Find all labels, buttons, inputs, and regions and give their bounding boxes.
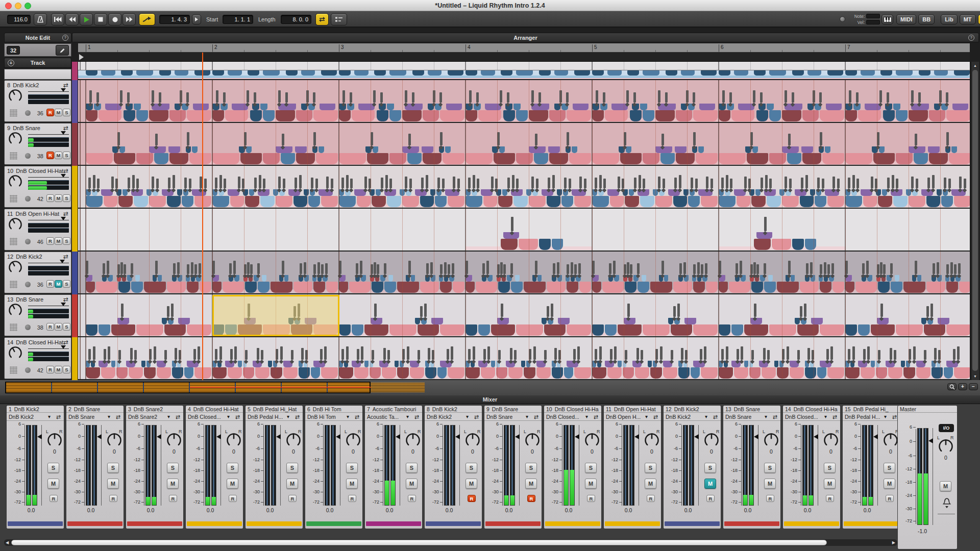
solo-button[interactable]: S [884,463,895,473]
record-arm-button[interactable]: R [46,194,54,202]
mixer-horizontal-scrollbar[interactable]: ◀ ▶ [4,539,897,546]
routing-icon[interactable]: ⇄ [63,253,68,260]
record-arm-button[interactable]: R [288,495,297,502]
view-button-mt[interactable]: MT [960,14,976,24]
mute-button[interactable]: M [824,479,836,489]
solo-button[interactable]: S [585,463,597,473]
keyboard-view-button[interactable] [881,14,893,24]
solo-button[interactable]: S [824,463,836,473]
rewind-button[interactable] [65,13,79,26]
arranger-vertical-scrollbar[interactable]: ▲ ▼ [971,62,979,380]
record-arm-button[interactable]: R [169,495,177,502]
mute-button[interactable]: M [940,481,951,491]
groove-slider[interactable] [28,352,69,356]
mute-button[interactable]: M [585,479,597,489]
solo-button[interactable]: S [107,463,119,473]
routing-icon[interactable]: ⇄ [63,339,68,346]
view-button-lib[interactable]: Lib [941,14,958,24]
slider-marker-icon[interactable] [61,131,66,135]
mute-button[interactable]: M [645,479,656,489]
mute-button[interactable]: M [465,479,477,489]
groove-slider[interactable] [28,137,69,142]
record-arm-button[interactable]: R [46,109,54,116]
track-knob[interactable] [9,346,22,360]
length-field[interactable]: 8. 0. 0 [281,15,311,24]
drag-handle[interactable] [10,323,17,331]
pan-knob[interactable] [525,433,540,447]
track-knob[interactable] [9,89,22,103]
track-knob[interactable] [9,304,22,317]
solo-button[interactable]: S [286,463,298,473]
fader-handle-icon[interactable] [455,434,460,439]
slider-marker-icon[interactable] [60,260,65,263]
play-button[interactable] [80,13,93,26]
fader-handle-icon[interactable] [396,434,400,439]
midi-note-number[interactable]: 38 [34,153,43,159]
routing-icon[interactable]: ⇄ [56,414,61,420]
record-arm-button[interactable]: R [50,495,58,502]
stop-button[interactable] [94,13,107,26]
fader-handle-icon[interactable] [814,434,818,439]
record-arm-button[interactable]: R [527,495,535,502]
groove-slider[interactable] [28,99,69,104]
io-button[interactable]: I/O [939,424,954,432]
mute-button[interactable]: M [406,479,418,489]
selection-box[interactable] [212,295,339,336]
pan-knob[interactable] [47,433,62,447]
fader-handle-icon[interactable] [157,434,161,439]
arranger-track-row[interactable] [78,252,970,294]
fader-handle-icon[interactable] [634,434,639,439]
record-arm-button[interactable]: R [766,495,774,502]
zoom-out-button[interactable]: − [969,383,978,390]
arrangement-overview[interactable] [5,382,371,393]
record-arm-button[interactable]: R [46,237,54,245]
arranger-track-row[interactable] [78,209,970,252]
instrument-dropdown[interactable]: DnB Kick2▾⇄ [664,413,721,421]
instrument-dropdown[interactable]: DnB Pedal H...▾⇄ [246,413,303,421]
playhead-line[interactable] [202,53,203,380]
drag-handle[interactable] [10,109,17,117]
routing-icon[interactable]: ⇄ [63,296,68,303]
view-button-mix[interactable]: Mix [978,14,980,24]
arranger-track-row[interactable] [78,337,970,380]
pan-knob[interactable] [465,433,480,447]
record-arm-button[interactable]: R [647,495,655,502]
routing-icon[interactable]: ⇄ [892,414,897,420]
pan-knob[interactable] [764,433,778,447]
solo-button[interactable]: S [63,280,70,288]
instrument-dropdown[interactable]: DnB Closed...▾⇄ [783,413,840,421]
add-track-icon[interactable]: + [8,60,14,66]
record-button[interactable] [108,13,121,26]
fader-handle-icon[interactable] [754,434,758,439]
view-button-bb[interactable]: BB [918,14,935,24]
pan-knob[interactable] [227,433,241,447]
position-display[interactable]: 1. 4. 3 [159,15,190,24]
solo-button[interactable]: S [167,463,179,473]
fader-handle-icon[interactable] [694,434,699,439]
record-arm-button[interactable]: R [587,495,595,502]
groove-slider[interactable] [28,357,69,361]
record-arm-button[interactable]: R [826,495,834,502]
drag-handle[interactable] [10,195,17,203]
routing-icon[interactable]: ⇄ [63,167,68,174]
routing-icon[interactable]: ⇄ [832,414,837,420]
groove-slider[interactable] [28,228,69,233]
solo-button[interactable]: S [465,463,477,473]
pan-knob[interactable] [167,433,181,447]
advance-button[interactable] [192,14,201,24]
routing-icon[interactable]: ⇄ [534,414,538,420]
solo-button[interactable]: S [63,366,70,373]
track-knob[interactable] [9,218,22,231]
fader-handle-icon[interactable] [575,434,579,439]
drag-handle[interactable] [10,281,17,288]
midi-note-number[interactable]: 42 [34,196,43,202]
scroll-right-icon[interactable]: ▶ [892,540,895,545]
fader-handle-icon[interactable] [276,434,281,439]
loop-button[interactable] [315,13,329,26]
slider-marker-icon[interactable] [61,345,66,349]
record-arm-button[interactable]: R [348,495,356,502]
instrument-dropdown[interactable]: DnB Snare▾⇄ [66,413,124,421]
routing-icon[interactable]: ⇄ [235,414,240,420]
mute-button[interactable]: M [346,479,358,489]
arranger-track-row[interactable] [78,80,970,123]
